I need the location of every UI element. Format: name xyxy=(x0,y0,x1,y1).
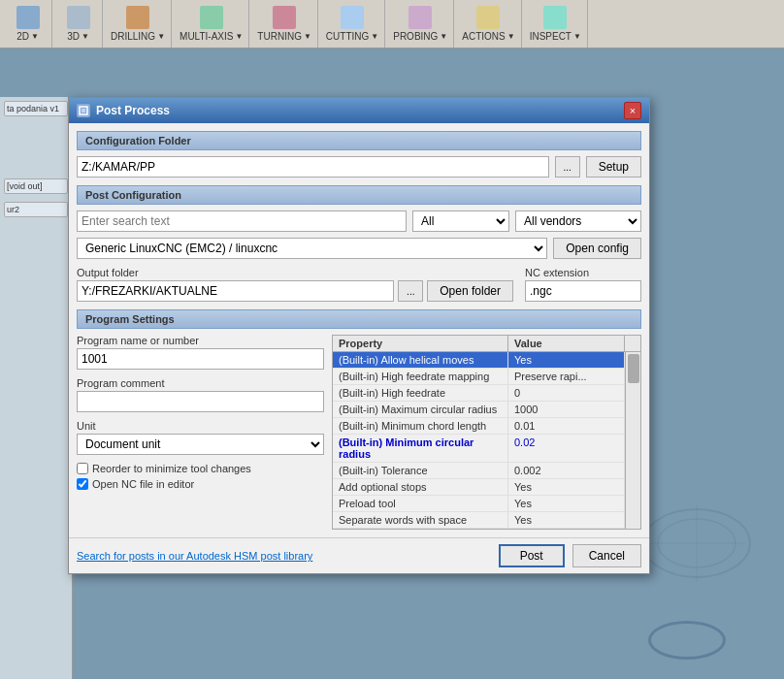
unit-dropdown[interactable]: Document unitmminches xyxy=(77,434,324,455)
open-folder-button[interactable]: Open folder xyxy=(427,280,513,302)
property-name-cell: Add optional stops xyxy=(333,479,508,495)
program-name-label: Program name or number xyxy=(77,335,324,346)
property-value-cell: 0.002 xyxy=(508,463,625,478)
program-name-input[interactable] xyxy=(77,348,324,370)
property-name-cell: (Built-in) High feedrate xyxy=(333,385,508,401)
toolbar-cutting[interactable]: CUTTING ▼ xyxy=(320,0,385,48)
output-folder-row: ... Open folder xyxy=(77,280,513,302)
property-name-cell: (Built-in) Maximum circular radius xyxy=(333,402,508,417)
property-name-cell: (Built-in) Tolerance xyxy=(333,463,508,478)
program-name-group: Program name or number xyxy=(77,335,324,370)
toolbar-actions[interactable]: ACTIONS ▼ xyxy=(456,0,521,48)
search-input[interactable] xyxy=(77,210,407,232)
unit-label: Unit xyxy=(77,420,324,432)
2d-icon xyxy=(16,6,40,29)
property-row[interactable]: Add optional stopsYes xyxy=(333,479,625,496)
property-value-cell: Yes xyxy=(508,512,625,528)
output-folder-browse-button[interactable]: ... xyxy=(398,280,423,302)
nc-extension-col: NC extension xyxy=(525,267,641,302)
open-nc-checkbox[interactable] xyxy=(77,478,88,490)
program-settings-section-header: Program Settings xyxy=(77,309,641,329)
3d-icon xyxy=(67,6,90,29)
dialog-title-text: Post Process xyxy=(96,104,170,117)
unit-group: Unit Document unitmminches xyxy=(77,420,324,455)
side-panel-item-3: ur2 xyxy=(4,202,68,217)
scrollbar-header-spacer xyxy=(625,336,640,351)
dialog-footer: Search for posts in our Autodesk HSM pos… xyxy=(69,537,649,573)
property-row[interactable]: (Built-in) Maximum circular radius1000 xyxy=(333,402,625,418)
property-row[interactable]: (Built-in) High feedrate mappingPreserve… xyxy=(333,369,625,385)
properties-table-col: Property Value (Built-in) Allow helical … xyxy=(332,335,641,530)
program-comment-input[interactable] xyxy=(77,391,324,412)
dialog-icon xyxy=(77,104,90,117)
scrollbar-thumb[interactable] xyxy=(628,354,639,383)
properties-table: Property Value (Built-in) Allow helical … xyxy=(332,335,641,530)
property-row[interactable]: (Built-in) Allow helical movesYes xyxy=(333,352,625,369)
post-select-dropdown[interactable]: Generic LinuxCNC (EMC2) / linuxcnc xyxy=(77,238,547,259)
property-value-cell: Preserve rapi... xyxy=(508,369,625,384)
cad-decoration xyxy=(638,485,755,601)
output-folder-col: Output folder ... Open folder xyxy=(77,267,513,302)
properties-table-body-wrapper: (Built-in) Allow helical movesYes(Built-… xyxy=(333,352,640,529)
close-button[interactable]: × xyxy=(624,102,641,119)
property-name-cell: (Built-in) Allow helical moves xyxy=(333,352,508,368)
footer-buttons: Post Cancel xyxy=(499,544,641,567)
toolbar-probing[interactable]: PROBING ▼ xyxy=(387,0,454,48)
post-button[interactable]: Post xyxy=(499,544,565,567)
properties-scrollbar[interactable] xyxy=(625,352,640,529)
property-value-cell: Yes xyxy=(508,352,625,368)
property-value-cell: 0.01 xyxy=(508,418,625,434)
toolbar-3d[interactable]: 3D ▼ xyxy=(54,0,103,48)
property-row[interactable]: Preload toolYes xyxy=(333,496,625,512)
reorder-checkbox[interactable] xyxy=(77,463,88,474)
property-row[interactable]: (Built-in) Minimum circular radius0.02 xyxy=(333,435,625,463)
output-folder-path-input[interactable] xyxy=(77,280,394,302)
property-row[interactable]: Separate words with spaceYes xyxy=(333,512,625,529)
properties-table-body: (Built-in) Allow helical movesYes(Built-… xyxy=(333,352,625,529)
dialog-title-left: Post Process xyxy=(77,104,170,117)
svg-rect-4 xyxy=(80,107,87,114)
program-settings-body: Program name or number Program comment U… xyxy=(77,335,641,530)
reorder-label: Reorder to minimize tool changes xyxy=(92,463,251,474)
open-nc-label: Open NC file in editor xyxy=(92,478,194,490)
cutting-icon xyxy=(341,6,364,29)
setup-button[interactable]: Setup xyxy=(586,156,641,178)
cancel-button[interactable]: Cancel xyxy=(572,544,641,567)
post-library-link[interactable]: Search for posts in our Autodesk HSM pos… xyxy=(77,550,312,562)
value-col-header: Value xyxy=(508,336,625,351)
toolbar-2d[interactable]: 2D ▼ xyxy=(4,0,52,48)
open-config-button[interactable]: Open config xyxy=(553,238,641,259)
output-folder-label: Output folder xyxy=(77,267,513,278)
side-panel-item-2: [void out] xyxy=(4,178,68,194)
config-folder-path-input[interactable] xyxy=(77,156,549,178)
post-config-select-row: Generic LinuxCNC (EMC2) / linuxcnc Open … xyxy=(77,238,641,259)
filter2-dropdown[interactable]: All vendors xyxy=(515,210,641,232)
property-value-cell: Yes xyxy=(508,479,625,495)
open-nc-checkbox-group: Open NC file in editor xyxy=(77,478,324,490)
dialog-titlebar: Post Process × xyxy=(69,98,649,123)
config-folder-row: ... Setup xyxy=(77,156,641,178)
property-row[interactable]: (Built-in) Minimum chord length0.01 xyxy=(333,418,625,435)
toolbar-drilling[interactable]: DRILLING ▼ xyxy=(105,0,172,48)
config-folder-section-header: Configuration Folder xyxy=(77,131,641,150)
turning-icon xyxy=(273,6,296,29)
toolbar-turning[interactable]: TURNING ▼ xyxy=(251,0,317,48)
drilling-icon xyxy=(126,6,149,29)
property-name-cell: (Built-in) High feedrate mapping xyxy=(333,369,508,384)
toolbar-multi-axis[interactable]: MULTI-AXIS ▼ xyxy=(174,0,249,48)
property-row[interactable]: (Built-in) High feedrate0 xyxy=(333,385,625,402)
property-row[interactable]: (Built-in) Tolerance0.002 xyxy=(333,463,625,479)
property-value-cell: 0 xyxy=(508,385,625,401)
toolbar-inspect[interactable]: INSPECT ▼ xyxy=(524,0,588,48)
probing-icon xyxy=(408,6,432,29)
side-panel-item: ta podania v1 xyxy=(4,101,68,116)
program-comment-group: Program comment xyxy=(77,377,324,412)
nc-extension-input[interactable] xyxy=(525,280,641,302)
reorder-checkbox-group: Reorder to minimize tool changes xyxy=(77,463,324,474)
property-name-cell: (Built-in) Minimum circular radius xyxy=(333,435,508,462)
properties-table-header: Property Value xyxy=(333,336,640,352)
cad-oval xyxy=(648,621,726,660)
filter1-dropdown[interactable]: All xyxy=(412,210,509,232)
config-folder-browse-button[interactable]: ... xyxy=(555,156,580,178)
background-area: ta podania v1 [void out] ur2 Post Proces… xyxy=(0,48,784,679)
